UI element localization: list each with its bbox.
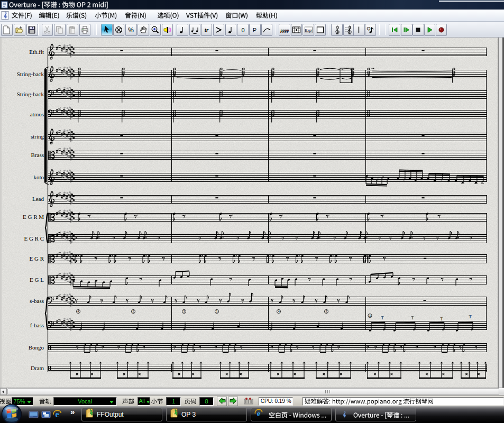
svg-text:»: » <box>70 407 75 416</box>
svg-text:T: T <box>469 314 472 319</box>
svg-text:atmos: atmos <box>30 111 44 117</box>
svg-text:String-back: String-back <box>17 71 44 77</box>
svg-text:%: % <box>129 26 134 33</box>
svg-text:Brass: Brass <box>31 152 44 158</box>
svg-text:3: 3 <box>325 310 327 313</box>
svg-text:tr: tr <box>205 26 209 33</box>
svg-text:3: 3 <box>183 310 185 313</box>
svg-text:s-bass: s-bass <box>30 298 44 304</box>
svg-text:E G R: E G R <box>30 255 44 262</box>
svg-text:OP 3: OP 3 <box>181 411 196 418</box>
svg-text:E G R C: E G R C <box>24 235 44 242</box>
svg-text:T: T <box>411 315 414 320</box>
svg-text:koto: koto <box>33 174 44 180</box>
svg-text:string: string <box>31 133 44 140</box>
svg-text:P: P <box>253 26 256 33</box>
svg-text:E G L: E G L <box>30 277 44 283</box>
svg-text:Eth.flt: Eth.flt <box>29 49 44 55</box>
svg-text:T: T <box>440 316 443 321</box>
svg-text:Dram: Dram <box>31 365 44 371</box>
svg-text:e: e <box>257 409 261 418</box>
svg-text:f-bass: f-bass <box>30 322 44 328</box>
svg-text:Expr: Expr <box>305 28 313 32</box>
svg-text:pppp: pppp <box>280 27 289 32</box>
svg-text:String-back: String-back <box>17 91 44 97</box>
svg-text:T: T <box>381 315 384 320</box>
svg-text:E G R M: E G R M <box>23 214 44 220</box>
svg-text:2: 2 <box>132 310 134 313</box>
svg-text:FFOutput: FFOutput <box>97 411 124 418</box>
svg-text:Lead: Lead <box>32 196 44 202</box>
svg-text:Bongo: Bongo <box>29 344 44 351</box>
svg-text:1: 1 <box>369 314 371 317</box>
svg-text:1: 1 <box>216 310 217 313</box>
svg-text:Q: Q <box>367 25 371 31</box>
svg-text:0: 0 <box>241 26 244 33</box>
